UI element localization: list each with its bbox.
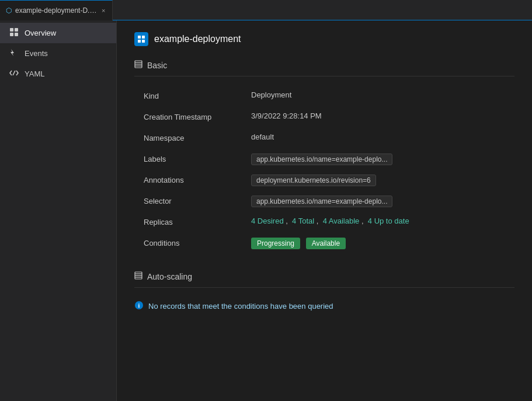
creation-value: 3/9/2022 9:28:14 PM — [251, 111, 514, 120]
page-header-icon — [134, 32, 148, 46]
replicas-value: 4 Desired , 4 Total , 4 Available , 4 Up… — [251, 217, 514, 225]
basic-section: Basic Kind Deployment Creation Timestamp… — [134, 60, 514, 254]
property-kind: Kind Deployment — [134, 86, 514, 107]
namespace-label: Namespace — [134, 132, 251, 142]
svg-rect-3 — [15, 33, 18, 36]
annotations-label: Annotations — [134, 175, 251, 184]
sidebar-item-overview-label: Overview — [25, 29, 56, 37]
namespace-value: default — [251, 132, 514, 141]
autoscaling-section-header: Auto-scaling — [134, 271, 514, 288]
condition-progressing: Progressing — [251, 238, 300, 249]
autoscaling-section-title: Auto-scaling — [147, 272, 192, 281]
overview-icon — [9, 27, 19, 39]
sidebar-item-overview[interactable]: Overview — [0, 23, 116, 43]
svg-rect-8 — [142, 40, 145, 43]
property-namespace: Namespace default — [134, 128, 514, 149]
replicas-available-label: Available — [329, 217, 360, 225]
tab-item[interactable]: ⬡ example-deployment-D...ployment-... × — [0, 0, 113, 20]
sidebar-item-yaml[interactable]: YAML — [0, 64, 116, 84]
svg-text:i: i — [138, 302, 140, 309]
replicas-desired-count: 4 — [251, 217, 255, 225]
labels-value[interactable]: app.kubernetes.io/name=example-deplo... — [251, 154, 392, 165]
svg-rect-7 — [138, 40, 141, 43]
no-records-notice: i No records that meet the conditions ha… — [134, 297, 514, 315]
events-icon — [9, 48, 19, 59]
replicas-desired-label: Desired — [258, 217, 284, 225]
replicas-uptodate-count: 4 — [368, 217, 372, 225]
replicas-uptodate-label: Up to date — [374, 217, 409, 225]
condition-available: Available — [306, 238, 346, 249]
basic-section-icon — [134, 60, 142, 70]
yaml-icon — [9, 68, 19, 79]
svg-rect-2 — [10, 33, 13, 36]
replicas-available-count: 4 — [323, 217, 327, 225]
main-layout: Overview Events YAML — [0, 20, 532, 401]
sidebar-item-events-label: Events — [25, 49, 48, 58]
svg-rect-6 — [142, 36, 145, 39]
sidebar-item-events[interactable]: Events — [0, 43, 116, 64]
svg-rect-5 — [138, 36, 141, 39]
conditions-label: Conditions — [134, 238, 251, 247]
info-icon: i — [134, 301, 144, 312]
sidebar-item-yaml-label: YAML — [25, 69, 44, 78]
replicas-total-label: Total — [298, 217, 314, 225]
svg-rect-1 — [15, 28, 18, 32]
page-header: example-deployment — [134, 32, 514, 46]
tab-close-button[interactable]: × — [100, 6, 106, 15]
autoscaling-section: Auto-scaling i No records that meet the … — [134, 271, 514, 315]
selector-label: Selector — [134, 196, 251, 205]
svg-line-4 — [13, 71, 15, 75]
tab-title: example-deployment-D...ployment-... — [15, 6, 97, 15]
property-creation-timestamp: Creation Timestamp 3/9/2022 9:28:14 PM — [134, 107, 514, 128]
basic-section-header: Basic — [134, 60, 514, 76]
page-title: example-deployment — [154, 34, 241, 44]
property-conditions: Conditions Progressing Available — [134, 233, 514, 254]
property-selector: Selector app.kubernetes.io/name=example-… — [134, 191, 514, 212]
property-labels: Labels app.kubernetes.io/name=example-de… — [134, 149, 514, 170]
annotations-value[interactable]: deployment.kubernetes.io/revision=6 — [251, 175, 376, 186]
autoscaling-section-icon — [134, 271, 142, 281]
content-area: example-deployment Basic Kind Deploymen — [117, 20, 532, 401]
replicas-label: Replicas — [134, 217, 251, 226]
basic-section-title: Basic — [147, 61, 167, 70]
svg-rect-0 — [10, 28, 13, 32]
conditions-value: Progressing Available — [251, 238, 514, 249]
no-records-text: No records that meet the conditions have… — [148, 302, 333, 311]
kind-value: Deployment — [251, 90, 514, 99]
creation-label: Creation Timestamp — [134, 111, 251, 121]
kind-label: Kind — [134, 90, 251, 100]
replicas-total-count: 4 — [292, 217, 296, 225]
labels-label: Labels — [134, 154, 251, 163]
property-replicas: Replicas 4 Desired , 4 Total , 4 Availab… — [134, 212, 514, 233]
sidebar: Overview Events YAML — [0, 20, 117, 401]
selector-value[interactable]: app.kubernetes.io/name=example-deplo... — [251, 196, 392, 207]
tab-icon: ⬡ — [6, 6, 12, 15]
tab-bar: ⬡ example-deployment-D...ployment-... × — [0, 0, 532, 20]
property-annotations: Annotations deployment.kubernetes.io/rev… — [134, 170, 514, 191]
